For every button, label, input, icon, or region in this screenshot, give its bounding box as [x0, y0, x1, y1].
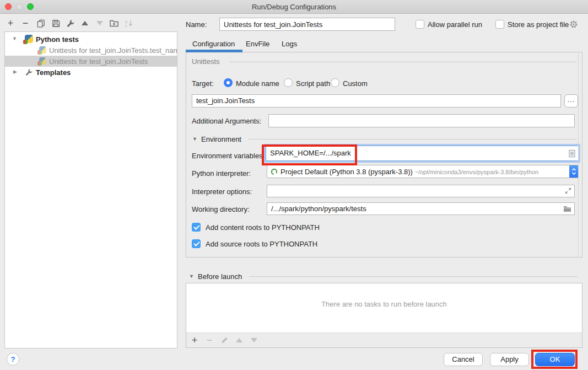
- tree-item-unittests-test-narrow[interactable]: Unittests for test_join.JoinTests.test_n…: [5, 45, 177, 56]
- remove-configuration-button[interactable]: −: [20, 18, 31, 29]
- interpreter-options-label: Interpreter options:: [192, 187, 252, 196]
- target-custom-label: Custom: [343, 79, 368, 88]
- environment-section-title: Environment: [201, 135, 241, 143]
- group-divider: [229, 62, 576, 62]
- target-module-name-radio[interactable]: [224, 78, 233, 87]
- name-label: Name:: [186, 20, 207, 29]
- title-bar: Run/Debug Configurations: [0, 0, 588, 14]
- edit-templates-button[interactable]: [65, 18, 76, 29]
- tree-item-label: Unittests for test_join.JoinTests.test_n…: [49, 46, 177, 55]
- arrow-up-icon: [82, 21, 88, 25]
- tab-logs[interactable]: Logs: [282, 40, 297, 48]
- move-down-button[interactable]: [94, 18, 105, 29]
- target-label: Target:: [192, 79, 214, 88]
- browse-directory-button[interactable]: [563, 206, 571, 214]
- python-interpreter-path: ~/opt/miniconda3/envs/pyspark-3.8/bin/py…: [415, 169, 539, 175]
- allow-parallel-run-label: Allow parallel run: [428, 20, 482, 29]
- apply-button[interactable]: Apply: [490, 353, 529, 366]
- test-badge-icon: [37, 50, 42, 55]
- ok-button[interactable]: OK: [535, 353, 575, 366]
- add-content-roots-checkbox[interactable]: [192, 223, 201, 232]
- copy-configuration-button[interactable]: [35, 18, 46, 29]
- active-tab-underline: [186, 50, 242, 52]
- tree-item-python-tests[interactable]: ▼ Python tests: [5, 34, 177, 45]
- tree-item-unittests-jointests[interactable]: Unittests for test_join.JoinTests: [5, 56, 177, 67]
- minus-icon: −: [207, 335, 213, 345]
- unittests-group-title: Unittests: [192, 57, 220, 66]
- name-input[interactable]: [219, 18, 395, 31]
- new-folder-button[interactable]: [109, 18, 120, 29]
- cancel-button[interactable]: Cancel: [444, 353, 483, 366]
- help-button[interactable]: ?: [7, 353, 19, 366]
- additional-arguments-input[interactable]: [268, 114, 575, 127]
- before-launch-divider: [249, 276, 578, 277]
- gear-icon: [569, 20, 578, 29]
- edit-task-button[interactable]: [219, 335, 230, 346]
- module-name-input[interactable]: test_join.JoinTests: [192, 94, 561, 108]
- target-script-path-radio[interactable]: [284, 78, 293, 87]
- minus-icon: −: [23, 18, 29, 28]
- wrench-icon: [67, 19, 75, 28]
- configuration-panel: Unittests Target: Module name Script pat…: [186, 52, 582, 258]
- run-debug-configurations-dialog: Run/Debug Configurations + − az ▼ Python…: [0, 0, 588, 370]
- remove-task-button[interactable]: −: [204, 335, 215, 346]
- move-task-up-button[interactable]: [234, 335, 245, 346]
- before-launch-collapse-icon[interactable]: ▼: [189, 274, 194, 279]
- sort-configurations-button[interactable]: az: [123, 18, 134, 29]
- expand-field-button[interactable]: [565, 187, 571, 196]
- environment-variables-label: Environment variables:: [192, 152, 265, 160]
- add-source-roots-checkbox[interactable]: [192, 239, 201, 248]
- variables-list-icon: [569, 149, 575, 158]
- browse-module-button[interactable]: ...: [564, 94, 578, 108]
- configurations-tree: ▼ Python tests Unittests for test_join.J…: [4, 31, 177, 348]
- tree-item-templates[interactable]: ▶ Templates: [5, 67, 177, 78]
- move-task-down-button[interactable]: [249, 335, 260, 346]
- save-configuration-button[interactable]: [50, 18, 61, 29]
- sort-az-icon: az: [125, 19, 133, 28]
- python-interpreter-select[interactable]: Project Default (Python 3.8 (pyspark-3.8…: [267, 165, 579, 178]
- test-badge-icon: [23, 40, 28, 44]
- module-name-value: test_join.JoinTests: [196, 96, 255, 105]
- expand-toggle-icon[interactable]: ▶: [13, 69, 17, 74]
- tree-item-label: Templates: [36, 68, 71, 77]
- before-launch-toolbar: + −: [186, 333, 582, 347]
- add-task-button[interactable]: +: [189, 335, 200, 346]
- pencil-icon: [220, 336, 228, 344]
- python-interpreter-value: Project Default (Python 3.8 (pyspark-3.8…: [280, 168, 413, 176]
- tree-item-label: Python tests: [36, 35, 79, 44]
- collapse-toggle-icon[interactable]: ▼: [12, 36, 17, 41]
- allow-parallel-run-checkbox[interactable]: [416, 20, 424, 29]
- environment-variables-input[interactable]: SPARK_HOME=/.../spark: [266, 146, 579, 161]
- before-launch-panel: There are no tasks to run before launch …: [186, 283, 582, 348]
- add-source-roots-label: Add source roots to PYTHONPATH: [206, 240, 317, 248]
- stepper-chevrons-icon: [571, 168, 576, 175]
- interpreter-options-input[interactable]: [267, 185, 575, 197]
- python-config-icon: [39, 57, 46, 65]
- additional-arguments-label: Additional Arguments:: [192, 117, 261, 125]
- target-custom-radio[interactable]: [331, 78, 339, 87]
- svg-text:z: z: [125, 23, 127, 28]
- plus-icon: +: [192, 335, 198, 345]
- store-options-gear-button[interactable]: [569, 20, 578, 30]
- edit-variables-button[interactable]: [569, 149, 575, 159]
- copy-icon: [37, 19, 45, 28]
- plus-icon: +: [8, 18, 14, 28]
- tab-envfile[interactable]: EnvFile: [246, 40, 269, 48]
- working-directory-input[interactable]: /.../spark/python/pyspark/tests: [267, 202, 575, 215]
- environment-collapse-icon[interactable]: ▼: [192, 136, 197, 142]
- tab-configuration[interactable]: Configuration: [192, 40, 235, 48]
- conda-env-icon: [271, 168, 278, 177]
- arrow-down-icon: [96, 21, 103, 25]
- python-tests-icon: [25, 35, 33, 43]
- window-title: Run/Debug Configurations: [0, 3, 588, 11]
- arrow-up-icon: [236, 338, 242, 342]
- expand-icon: [565, 187, 571, 194]
- scrollbar-track[interactable]: [578, 53, 582, 256]
- save-icon: [52, 19, 60, 28]
- target-module-name-label: Module name: [236, 79, 279, 88]
- working-directory-label: Working directory:: [192, 205, 250, 213]
- interpreter-dropdown-button[interactable]: [569, 165, 579, 178]
- move-up-button[interactable]: [79, 18, 90, 29]
- add-configuration-button[interactable]: +: [5, 18, 16, 29]
- store-as-project-file-checkbox[interactable]: [495, 20, 504, 29]
